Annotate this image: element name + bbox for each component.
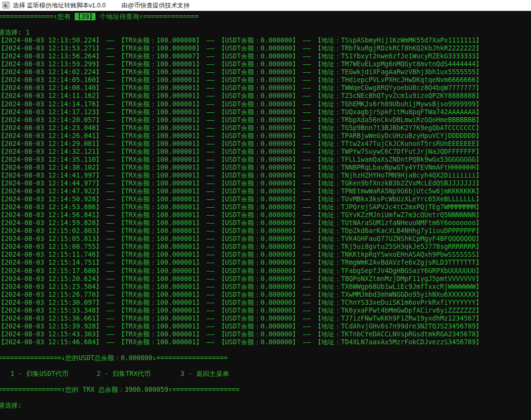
top-prompt-line: 请选择: 1 <box>0 29 531 37</box>
log-row: 【2024-08-03 12:14:23.048】 —— 【TRX余额：100.… <box>0 124 531 132</box>
log-row: 【2024-08-03 12:14:53.886】 —— 【TRX余额：100.… <box>0 203 531 211</box>
log-row: 【2024-08-03 12:14:05.160】 —— 【TRX余额：100.… <box>0 76 531 84</box>
address-count-badge: 【39】 <box>75 13 96 20</box>
log-row: 【2024-08-03 12:14:59.828】 —— 【TRX余额：100.… <box>0 219 531 227</box>
trx-total-line: ================↑您的 TRX 总余额：3900.000059↑… <box>0 386 531 394</box>
blank-line <box>0 378 531 386</box>
log-row: 【2024-08-03 12:15:39.928】 —— 【TRX余额：100.… <box>0 323 531 330</box>
log-row: 【2024-08-03 12:14:17.123】 —— 【TRX余额：100.… <box>0 108 531 116</box>
log-row: 【2024-08-03 12:15:05.813】 —— 【TRX余额：100.… <box>0 235 531 243</box>
log-row: 【2024-08-03 12:14:35.110】 —— 【TRX余额：100.… <box>0 156 531 164</box>
log-row: 【2024-08-03 12:14:44.977】 —— 【TRX余额：100.… <box>0 180 531 187</box>
usdt-total-line: ================↓您的USDT总余额：0.000000↓====… <box>0 354 531 362</box>
log-row: 【2024-08-03 12:14:50.928】 —— 【TRX余额：100.… <box>0 195 531 203</box>
address-log-list: 【2024-08-03 12:13:50.224】 —— 【TRX余额：100.… <box>0 37 531 346</box>
menu-item-collect-trx: 2 - 归集TRX代币 <box>97 370 150 377</box>
header-sep-right: 个地址待查询↑============== <box>96 13 198 20</box>
log-row: 【2024-08-03 12:15:11.746】 —— 【TRX余额：100.… <box>0 251 531 259</box>
log-row: 【2024-08-03 12:14:32.121】 —— 【TRX余额：100.… <box>0 148 531 156</box>
log-row: 【2024-08-03 12:13:53.271】 —— 【TRX余额：100.… <box>0 45 531 52</box>
menu-item-collect-usdt: 1 - 归集USDT代币 <box>10 370 68 377</box>
blank-line <box>0 394 531 402</box>
log-row: 【2024-08-03 12:14:38.102】 —— 【TRX余额：100.… <box>0 164 531 172</box>
header-separator-line: ==============↑您有 【39】 个地址待查询↑==========… <box>0 13 531 21</box>
bottom-prompt-line[interactable]: 请选择: <box>0 402 531 410</box>
log-row: 【2024-08-03 12:14:26.041】 —— 【TRX余额：100.… <box>0 132 531 140</box>
log-row: 【2024-08-03 12:15:17.680】 —— 【TRX余额：100.… <box>0 267 531 275</box>
console-app-icon[interactable] <box>2 1 10 9</box>
log-row: 【2024-08-03 12:15:08.755】 —— 【TRX余额：100.… <box>0 243 531 251</box>
window-subtitle: 由@币快查提供技术支持 <box>122 1 190 10</box>
log-row: 【2024-08-03 12:15:20.624】 —— 【TRX余额：100.… <box>0 275 531 283</box>
log-row: 【2024-08-03 12:15:43.303】 —— 【TRX余额：100.… <box>0 330 531 338</box>
console-viewport[interactable]: ==============↑您有 【39】 个地址待查询↑==========… <box>0 11 531 420</box>
log-row: 【2024-08-03 12:14:20.057】 —— 【TRX余额：100.… <box>0 116 531 124</box>
blank-line <box>0 362 531 370</box>
log-row: 【2024-08-03 12:15:02.803】 —— 【TRX余额：100.… <box>0 227 531 235</box>
log-row: 【2024-08-03 12:15:23.504】 —— 【TRX余额：100.… <box>0 283 531 291</box>
log-row: 【2024-08-03 12:14:14.176】 —— 【TRX余额：100.… <box>0 100 531 108</box>
log-row: 【2024-08-03 12:15:14.751】 —— 【TRX余额：100.… <box>0 259 531 267</box>
log-row: 【2024-08-03 12:15:26.770】 —— 【TRX余额：100.… <box>0 291 531 299</box>
menu-line: 1 - 归集USDT代币2 - 归集TRX代币3 - 返回主菜单 <box>0 370 531 378</box>
log-row: 【2024-08-03 12:13:59.299】 —— 【TRX余额：100.… <box>0 60 531 68</box>
console-window: 选择 监听模仿地址转账脚本v1.0.0 由@币快查提供技术支持 ========… <box>0 0 531 420</box>
header-sep-left: ==============↑您有 <box>0 13 75 20</box>
blank-line <box>0 21 531 29</box>
window-title: 选择 监听模仿地址转账脚本v1.0.0 <box>13 1 106 10</box>
log-row: 【2024-08-03 12:14:08.140】 —— 【TRX余额：100.… <box>0 84 531 92</box>
console-content: ==============↑您有 【39】 个地址待查询↑==========… <box>0 13 531 410</box>
log-row: 【2024-08-03 12:14:41.997】 —— 【TRX余额：100.… <box>0 172 531 180</box>
log-row: 【2024-08-03 12:13:50.224】 —— 【TRX余额：100.… <box>0 37 531 45</box>
log-row: 【2024-08-03 12:13:56.264】 —— 【TRX余额：100.… <box>0 52 531 60</box>
log-row: 【2024-08-03 12:14:47.922】 —— 【TRX余额：100.… <box>0 187 531 195</box>
log-row: 【2024-08-03 12:14:56.841】 —— 【TRX余额：100.… <box>0 211 531 219</box>
log-row: 【2024-08-03 12:15:36.661】 —— 【TRX余额：100.… <box>0 315 531 323</box>
blank-line <box>0 346 531 354</box>
log-row: 【2024-08-03 12:14:11.162】 —— 【TRX余额：100.… <box>0 92 531 100</box>
menu-item-return-main: 3 - 返回主菜单 <box>180 370 229 377</box>
log-row: 【2024-08-03 12:14:29.081】 —— 【TRX余额：100.… <box>0 140 531 148</box>
log-row: 【2024-08-03 12:15:46.684】 —— 【TRX余额：100.… <box>0 338 531 346</box>
log-row: 【2024-08-03 12:14:02.224】 —— 【TRX余额：100.… <box>0 68 531 76</box>
log-row: 【2024-08-03 12:15:30.097】 —— 【TRX余额：100.… <box>0 299 531 307</box>
titlebar[interactable]: 选择 监听模仿地址转账脚本v1.0.0 由@币快查提供技术支持 <box>0 0 531 11</box>
log-row: 【2024-08-03 12:15:33.348】 —— 【TRX余额：100.… <box>0 307 531 315</box>
